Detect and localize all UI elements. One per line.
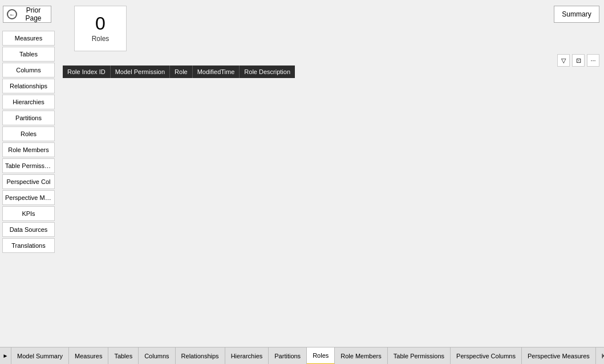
table-header-role-index-id[interactable]: Role Index ID — [63, 66, 111, 78]
sidebar-item-table-permissions[interactable]: Table Permissions — [2, 158, 55, 173]
sidebar-item-roles[interactable]: Roles — [2, 126, 55, 141]
bottom-tab-role-members[interactable]: Role Members — [335, 347, 388, 365]
toolbar-icons: ▽ ⊡ ··· — [557, 54, 599, 67]
more-icon[interactable]: ··· — [587, 54, 599, 67]
bottom-tab-measures[interactable]: Measures — [69, 347, 108, 365]
back-button-label: Prior Page — [19, 6, 47, 22]
sidebar-item-relationships[interactable]: Relationships — [2, 79, 55, 93]
bottom-tab-columns[interactable]: Columns — [139, 347, 175, 365]
table-header-row: Role Index IDModel PermissionRoleModifie… — [63, 66, 295, 78]
table-header-role-description[interactable]: Role Description — [240, 66, 295, 78]
tab-scroll-arrow[interactable]: ► — [0, 347, 11, 365]
expand-icon[interactable]: ⊡ — [572, 54, 585, 67]
sidebar-item-measures[interactable]: Measures — [2, 31, 55, 46]
sidebar-item-kpis[interactable]: KPIs — [2, 206, 55, 221]
roles-count-box: 0 Roles — [74, 6, 127, 51]
sidebar-item-data-sources[interactable]: Data Sources — [2, 222, 55, 237]
sidebar-item-perspective-metrics[interactable]: Perspective Metrics — [2, 190, 55, 205]
sidebar-item-columns[interactable]: Columns — [2, 63, 55, 77]
bottom-tab-roles[interactable]: Roles — [307, 347, 335, 365]
summary-button[interactable]: Summary — [554, 6, 599, 23]
bottom-tab-model-summary[interactable]: Model Summary — [11, 347, 69, 365]
table-header-role[interactable]: Role — [170, 66, 193, 78]
bottom-tab-perspective-columns[interactable]: Perspective Columns — [451, 347, 522, 365]
roles-count-label: Roles — [92, 35, 110, 43]
sidebar-item-hierarchies[interactable]: Hierarchies — [2, 95, 55, 109]
bottom-tab-perspective-measures[interactable]: Perspective Measures — [522, 347, 596, 365]
bottom-tab-partitions[interactable]: Partitions — [269, 347, 307, 365]
sidebar-item-role-members[interactable]: Role Members — [2, 142, 55, 157]
sidebar-item-tables[interactable]: Tables — [2, 47, 55, 62]
bottom-tab-table-permissions[interactable]: Table Permissions — [388, 347, 451, 365]
sidebar-item-perspective-col[interactable]: Perspective Col — [2, 174, 55, 189]
bottom-tab-bar: ► Model SummaryMeasuresTablesColumnsRela… — [0, 347, 604, 364]
bottom-tab-relationships[interactable]: Relationships — [176, 347, 225, 365]
filter-icon[interactable]: ▽ — [557, 54, 570, 67]
sidebar-item-translations[interactable]: Translations — [2, 238, 55, 253]
table-header-model-permission[interactable]: Model Permission — [111, 66, 170, 78]
bottom-tab-hierarchies[interactable]: Hierarchies — [225, 347, 269, 365]
roles-count-number: 0 — [95, 14, 106, 32]
bottom-tab-tables[interactable]: Tables — [108, 347, 139, 365]
sidebar-item-partitions[interactable]: Partitions — [2, 111, 55, 125]
table-header-modifiedtime[interactable]: ModifiedTime — [193, 66, 240, 78]
bottom-tab-kpis[interactable]: KPIs — [596, 347, 604, 365]
back-arrow-icon: ← — [7, 9, 17, 19]
back-button[interactable]: ← Prior Page — [3, 6, 51, 23]
sidebar: MeasuresTablesColumnsRelationshipsHierar… — [0, 28, 57, 347]
